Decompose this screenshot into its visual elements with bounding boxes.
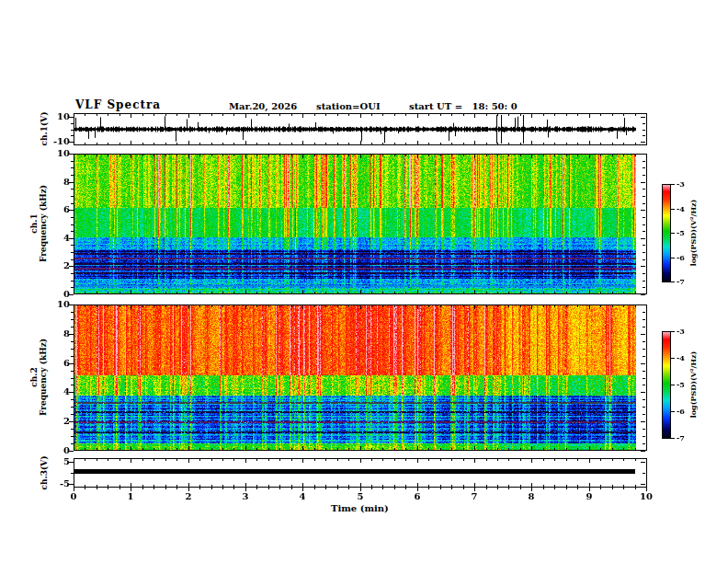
tick-mark [641, 210, 645, 211]
tick-mark [612, 485, 613, 487]
tick-mark [440, 305, 441, 307]
tick-mark [641, 484, 645, 485]
tick-mark [222, 143, 223, 144]
ch3-flat-trace [74, 469, 635, 474]
tick-mark [371, 488, 372, 489]
tick-mark [337, 485, 338, 487]
tick-mark [291, 305, 292, 307]
tick-mark [119, 485, 120, 487]
tick-mark [256, 305, 257, 307]
tick-mark [671, 184, 675, 185]
tick-mark [371, 292, 372, 293]
tick-mark [211, 292, 212, 293]
tick-mark [671, 385, 675, 385]
tick-mark [589, 114, 590, 118]
tick-mark [279, 305, 280, 307]
vlf-spectra-figure: VLF Spectra Mar.20, 2026 station=OUI sta… [0, 0, 728, 563]
tick-mark [71, 407, 74, 408]
y-tick-label: 2 [44, 261, 70, 270]
tick-mark [97, 459, 97, 461]
tick-mark [222, 448, 223, 450]
tick-mark [268, 155, 269, 156]
tick-mark [199, 485, 200, 487]
tick-mark [176, 292, 177, 293]
tick-mark [508, 155, 509, 156]
tick-mark [71, 356, 74, 357]
tick-mark [623, 459, 624, 461]
y-tick-label: 0 [44, 446, 70, 455]
tick-mark [279, 155, 280, 156]
tick-mark [428, 305, 429, 307]
tick-mark [154, 292, 154, 293]
tick-mark [428, 459, 429, 461]
tick-mark [394, 292, 395, 293]
x-tick-label: 3 [235, 492, 256, 501]
tick-mark [279, 292, 280, 293]
tick-mark [314, 488, 315, 489]
tick-mark [119, 155, 120, 156]
tick-mark [382, 292, 383, 293]
tick-mark [337, 305, 338, 307]
tick-mark [612, 155, 613, 156]
x-tick-label: 1 [120, 492, 141, 501]
ch2-spectrogram-image [74, 305, 636, 450]
tick-mark [612, 448, 613, 450]
y-tick-label: 8 [44, 178, 70, 187]
ch1-waveform-trace [74, 114, 636, 144]
tick-mark [463, 292, 464, 293]
tick-mark [417, 155, 418, 158]
tick-mark [256, 292, 257, 293]
x-tick-label: 2 [178, 492, 199, 501]
tick-mark [646, 155, 647, 158]
tick-mark [314, 292, 315, 293]
tick-mark [635, 459, 636, 461]
tick-mark [641, 334, 645, 335]
tick-mark [463, 305, 464, 307]
tick-mark [417, 305, 418, 309]
tick-mark [291, 114, 292, 116]
tick-mark [188, 290, 189, 293]
tick-mark [428, 292, 429, 293]
tick-mark [108, 305, 108, 307]
tick-mark [176, 488, 177, 489]
tick-mark [71, 252, 74, 253]
tick-mark [142, 143, 143, 144]
tick-mark [440, 114, 441, 116]
tick-mark [291, 143, 292, 144]
ch2-colorbar [662, 331, 671, 439]
tick-mark [74, 141, 74, 144]
tick-mark [245, 155, 246, 158]
tick-mark [554, 292, 555, 293]
tick-mark [417, 446, 418, 450]
tick-mark [371, 485, 372, 487]
tick-mark [520, 114, 521, 116]
tick-mark [348, 305, 349, 307]
tick-mark [199, 155, 200, 156]
tick-mark [463, 114, 464, 116]
tick-mark [600, 305, 601, 307]
tick-mark [623, 155, 624, 156]
tick-mark [108, 114, 108, 116]
tick-mark [623, 305, 624, 307]
tick-mark [97, 114, 97, 116]
tick-mark [589, 483, 590, 487]
tick-mark [131, 483, 131, 487]
tick-mark [279, 485, 280, 487]
tick-mark [394, 485, 395, 487]
tick-mark [577, 488, 578, 489]
tick-mark [643, 167, 645, 168]
tick-mark [486, 448, 487, 450]
tick-mark [71, 231, 74, 232]
tick-mark [188, 459, 189, 463]
tick-mark [486, 488, 487, 489]
tick-mark [643, 273, 645, 274]
tick-mark [142, 488, 143, 489]
y-tick-label: -10 [44, 137, 70, 146]
tick-mark [405, 448, 406, 450]
tick-mark [348, 155, 349, 156]
tick-mark [222, 488, 223, 489]
tick-mark [566, 114, 567, 116]
tick-mark [325, 485, 326, 487]
tick-mark [428, 448, 429, 450]
tick-mark [486, 155, 487, 156]
